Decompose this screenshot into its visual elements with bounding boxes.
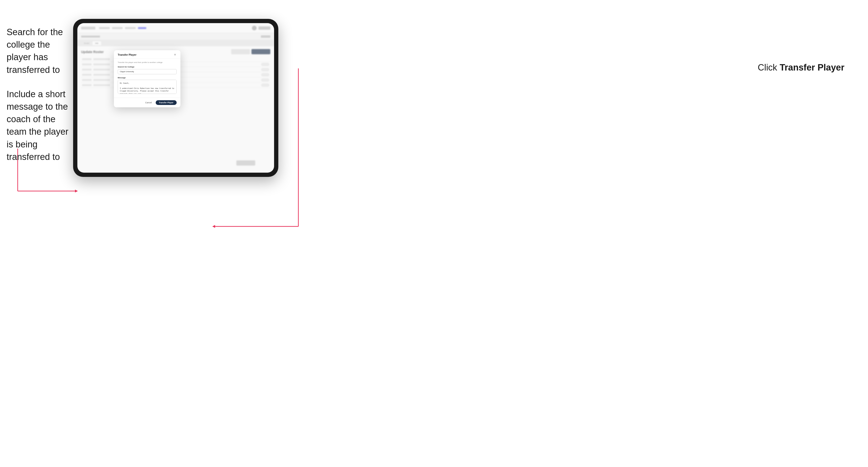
svg-marker-2: [75, 190, 78, 192]
subheader: [78, 33, 274, 40]
nav-item-3: [125, 27, 135, 29]
cell-3-2: [93, 74, 110, 76]
tab-info: Info: [92, 41, 101, 45]
modal-description: Transfer the player and their profile to…: [118, 61, 177, 63]
cell-2-2: [93, 69, 110, 70]
svg-marker-5: [212, 225, 215, 228]
nav-item-1: [99, 27, 110, 29]
annotation-search-text: Search for the college the player has tr…: [7, 26, 75, 76]
tablet-device: Roster Info Update Roster: [73, 19, 278, 177]
nav-logo: [81, 27, 95, 30]
cell-2-1: [82, 69, 92, 70]
cell-5-right: [261, 84, 269, 87]
cell-header-2: [93, 58, 110, 60]
search-college-input[interactable]: [118, 69, 177, 74]
transfer-player-modal: Transfer Player ✕ Transfer the player an…: [114, 50, 181, 107]
nav-right: [252, 26, 270, 30]
cell-4-right: [261, 78, 269, 82]
tab-roster: Roster: [81, 41, 92, 45]
transfer-player-button[interactable]: Transfer Player: [156, 100, 177, 105]
close-icon[interactable]: ✕: [173, 53, 177, 56]
cell-5-1: [82, 84, 92, 86]
bg-secondary-btn: [231, 49, 250, 54]
tablet-screen: Roster Info Update Roster: [78, 23, 274, 173]
bg-primary-btn: [251, 49, 270, 54]
bg-bottom-btn: [236, 160, 255, 165]
annotation-right: Click Transfer Player: [758, 61, 845, 74]
cell-1-right: [261, 63, 269, 66]
message-label: Message: [118, 76, 177, 79]
annotation-message-text: Include a short message to the coach of …: [7, 88, 75, 163]
cell-3-right: [261, 73, 269, 76]
nav-bar: [78, 23, 274, 33]
cell-4-1: [82, 79, 92, 81]
nav-items: [99, 27, 146, 29]
cell-header-1: [82, 58, 92, 60]
annotation-transfer-player-text: Transfer Player: [780, 63, 844, 72]
cell-2-right: [261, 68, 269, 71]
tab-bar: Roster Info: [78, 40, 274, 46]
cell-5-2: [93, 84, 110, 86]
search-college-label: Search for College: [118, 66, 177, 68]
nav-save-btn: [258, 26, 270, 30]
subheader-right: [261, 35, 270, 38]
cancel-button[interactable]: Cancel: [144, 100, 154, 105]
cell-3-1: [82, 74, 92, 76]
nav-item-2: [112, 27, 123, 29]
nav-item-active: [138, 27, 146, 29]
nav-avatar: [252, 26, 257, 30]
cell-4-2: [93, 79, 110, 81]
modal-title: Transfer Player: [118, 53, 136, 56]
modal-header: Transfer Player ✕: [114, 50, 181, 59]
modal-footer: Cancel Transfer Player: [114, 98, 181, 107]
breadcrumb: [81, 36, 100, 37]
action-buttons: [231, 49, 270, 54]
annotation-click-prefix: Click: [758, 63, 780, 72]
annotation-left: Search for the college the player has tr…: [7, 26, 75, 163]
cell-1-2: [93, 63, 110, 65]
modal-body: Transfer the player and their profile to…: [114, 59, 181, 98]
cell-1-1: [82, 63, 92, 65]
message-textarea[interactable]: Hi Coach, I understand Chris Robertson h…: [118, 80, 177, 94]
